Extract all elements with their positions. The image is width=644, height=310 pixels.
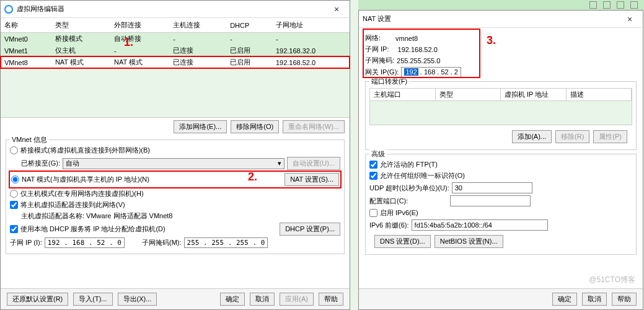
table-empty-area bbox=[1, 68, 350, 118]
col-hostport[interactable]: 主机端口 bbox=[370, 89, 436, 100]
advanced-label: 高级 bbox=[369, 149, 387, 159]
config-port-label: 配置端口(C): bbox=[369, 197, 408, 206]
export-button[interactable]: 导出(X)... bbox=[118, 293, 157, 306]
apply-button: 应用(A) bbox=[280, 293, 314, 306]
radio-bridge[interactable]: 桥接模式(将虚拟机直接连接到外部网络)(B) bbox=[10, 146, 340, 155]
table-row[interactable]: VMnet0桥接模式自动桥接--- bbox=[1, 33, 350, 45]
dhcp-settings-button[interactable]: DHCP 设置(P)... bbox=[280, 223, 340, 236]
toolbar-icon[interactable] bbox=[589, 1, 597, 9]
window-title: NAT 设置 bbox=[363, 14, 620, 24]
col-type[interactable]: 类型 bbox=[51, 18, 110, 33]
ipv6-prefix-label: IPv6 前缀(6): bbox=[369, 221, 409, 230]
table-row[interactable]: VMnet1仅主机-已连接已启用192.168.32.0 bbox=[1, 45, 350, 56]
dialog-buttons: 确定 取消 帮助 bbox=[359, 288, 643, 309]
netbios-settings-button[interactable]: NetBIOS 设置(N)... bbox=[434, 235, 503, 248]
toolbar-icon[interactable] bbox=[617, 1, 624, 9]
rename-network-button: 重命名网络(W)... bbox=[283, 120, 345, 133]
subnet-mask-value: 255.255.255.0 bbox=[397, 57, 440, 64]
col-subnet[interactable]: 子网地址 bbox=[272, 18, 350, 33]
titlebar: NAT 设置 × bbox=[359, 11, 643, 28]
nat-settings-window: NAT 设置 × 网络:vmnet8 子网 IP:192.168.52.0 子网… bbox=[358, 10, 643, 310]
col-name[interactable]: 名称 bbox=[1, 18, 51, 33]
pf-props-button: 属性(P) bbox=[593, 130, 627, 143]
udp-timeout-input[interactable] bbox=[452, 182, 532, 193]
radio-hostonly[interactable]: 仅主机模式(在专用网络内连接虚拟机)(H) bbox=[10, 189, 340, 198]
pf-remove-button: 移除(R) bbox=[555, 130, 589, 143]
help-button[interactable]: 帮助 bbox=[612, 293, 637, 306]
host-adapter-name: 主机虚拟适配器名称: VMware 网络适配器 VMnet8 bbox=[10, 211, 340, 221]
auto-settings-button: 自动设置(U)... bbox=[287, 157, 340, 170]
config-port-input[interactable] bbox=[450, 195, 531, 206]
subnet-mask-label: 子网掩码: bbox=[365, 56, 394, 65]
chk-dhcp[interactable]: 使用本地 DHCP 服务将 IP 地址分配给虚拟机(D) DHCP 设置(P).… bbox=[10, 223, 340, 236]
chk-anyorg[interactable]: 允许任何组织唯一标识符(O) bbox=[369, 171, 632, 180]
vmnet-info-fieldset: VMnet 信息 桥接模式(将虚拟机直接连接到外部网络)(B) 已桥接至(G):… bbox=[6, 140, 345, 254]
dns-settings-button[interactable]: DNS 设置(D)... bbox=[374, 235, 431, 248]
ok-button[interactable]: 确定 bbox=[552, 293, 577, 306]
port-forward-label: 端口转发(F) bbox=[369, 77, 409, 86]
chk-host-adapter[interactable]: 将主机虚拟适配器连接到此网络(V) bbox=[10, 200, 340, 210]
vmnet-table[interactable]: 名称 类型 外部连接 主机连接 DHCP 子网地址 VMnet0桥接模式自动桥接… bbox=[1, 18, 350, 68]
gateway-ip-label: 网关 IP(G): bbox=[365, 68, 399, 77]
vmnet-info-label: VMnet 信息 bbox=[10, 135, 49, 144]
ipv6-prefix-input[interactable] bbox=[412, 219, 548, 231]
close-icon[interactable]: × bbox=[327, 4, 346, 14]
dialog-buttons: 还原默认设置(R) 导入(T)... 导出(X)... 确定 取消 应用(A) … bbox=[1, 288, 350, 309]
col-desc[interactable]: 描述 bbox=[567, 89, 632, 100]
advanced-fieldset: 高级 允许活动的 FTP(T) 允许任何组织唯一标识符(O) UDP 超时(以秒… bbox=[365, 154, 637, 255]
nat-settings-button[interactable]: NAT 设置(S)... bbox=[285, 173, 339, 186]
watermark: @51CTO博客 bbox=[589, 275, 635, 285]
col-host[interactable]: 主机连接 bbox=[169, 18, 226, 33]
titlebar: 虚拟网络编辑器 × bbox=[1, 1, 350, 18]
app-icon bbox=[4, 5, 13, 14]
help-button[interactable]: 帮助 bbox=[319, 293, 343, 306]
restore-defaults-button[interactable]: 还原默认设置(R) bbox=[7, 293, 68, 306]
toolbar-icon[interactable] bbox=[630, 1, 638, 9]
cancel-button[interactable]: 取消 bbox=[582, 293, 607, 306]
network-value: vmnet8 bbox=[395, 35, 418, 42]
subnet-ip-label: 子网 IP (I): bbox=[10, 238, 42, 247]
cancel-button[interactable]: 取消 bbox=[250, 293, 275, 306]
virtual-network-editor-window: 虚拟网络编辑器 × 名称 类型 外部连接 主机连接 DHCP 子网地址 VMne… bbox=[0, 0, 350, 310]
chevron-down-icon: ▾ bbox=[278, 159, 281, 167]
radio-nat[interactable]: NAT 模式(与虚拟机共享主机的 IP 地址)(N) NAT 设置(S)... bbox=[10, 172, 340, 187]
remove-network-button[interactable]: 移除网络(O) bbox=[231, 120, 279, 133]
bridge-to-label: 已桥接至(G): bbox=[21, 159, 60, 168]
editor-toolbar bbox=[358, 0, 644, 10]
subnet-mask-input[interactable]: 255 . 255 . 255 . 0 bbox=[184, 237, 268, 248]
subnet-ip-label: 子网 IP: bbox=[365, 45, 389, 54]
import-button[interactable]: 导入(T)... bbox=[73, 293, 112, 306]
port-forward-fieldset: 端口转发(F) 主机端口 类型 虚拟机 IP 地址 描述 添加(A)... 移除… bbox=[365, 81, 637, 150]
table-row-selected[interactable]: VMnet8NAT 模式NAT 模式已连接已启用192.168.52.0 bbox=[1, 56, 350, 68]
col-type[interactable]: 类型 bbox=[436, 89, 501, 100]
network-label: 网络: bbox=[365, 33, 381, 43]
subnet-mask-label: 子网掩码(M): bbox=[142, 238, 182, 247]
add-network-button[interactable]: 添加网络(E)... bbox=[174, 120, 227, 133]
subnet-ip-input[interactable]: 192 . 168 . 52 . 0 bbox=[45, 237, 125, 248]
col-ext[interactable]: 外部连接 bbox=[110, 18, 169, 33]
col-dhcp[interactable]: DHCP bbox=[226, 18, 272, 33]
close-icon[interactable]: × bbox=[620, 14, 639, 24]
window-title: 虚拟网络编辑器 bbox=[17, 4, 327, 14]
toolbar-icon[interactable] bbox=[603, 1, 611, 9]
subnet-ip-value: 192.168.52.0 bbox=[398, 46, 438, 53]
pf-add-button[interactable]: 添加(A)... bbox=[512, 130, 552, 143]
bridge-dropdown: 自动▾ bbox=[63, 158, 285, 169]
chk-ftp[interactable]: 允许活动的 FTP(T) bbox=[369, 160, 632, 169]
gateway-ip-input[interactable]: 192 . 168 . 52 . 2 bbox=[401, 67, 461, 78]
col-vmaddr[interactable]: 虚拟机 IP 地址 bbox=[501, 89, 567, 100]
chk-ipv6[interactable]: 启用 IPv6(E) bbox=[369, 208, 632, 218]
udp-timeout-label: UDP 超时(以秒为单位)(U): bbox=[369, 184, 449, 193]
ok-button[interactable]: 确定 bbox=[220, 293, 245, 306]
port-forward-table[interactable]: 主机端口 类型 虚拟机 IP 地址 描述 bbox=[369, 88, 632, 125]
